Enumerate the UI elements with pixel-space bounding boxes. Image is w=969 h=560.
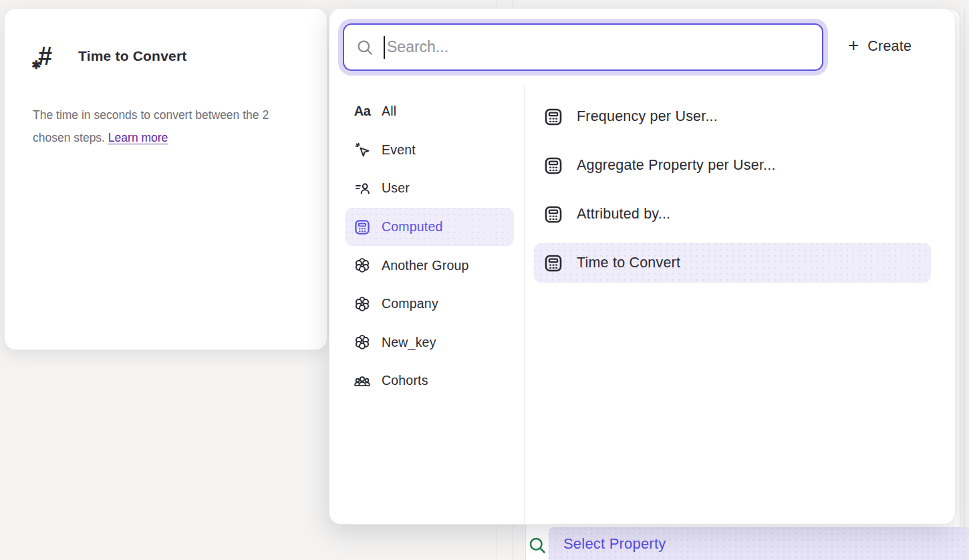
search-icon [356,38,374,57]
category-sidebar: Aa All Event User Computed Another Group [345,92,514,400]
calculator-icon [543,204,563,225]
text-aa-icon: Aa [354,103,371,120]
sidebar-item-cohorts[interactable]: Cohorts [345,362,514,400]
group-cluster-icon [354,295,371,313]
group-cluster-icon [354,333,371,351]
sidebar-item-company[interactable]: Company [345,285,514,323]
plus-icon: + [848,36,859,55]
tooltip-description: The time in seconds to convert between t… [33,104,300,149]
results-list: Frequency per User... Aggregate Property… [534,92,931,287]
cohorts-icon [354,372,371,390]
result-item-time-to-convert[interactable]: Time to Convert [534,243,931,283]
sidebar-item-all[interactable]: Aa All [345,92,514,131]
group-cluster-icon [354,257,371,274]
sidebar-item-user[interactable]: User [345,169,514,208]
select-property-label: Select Property [563,535,666,553]
calculator-icon [543,253,563,273]
search-field[interactable] [343,23,823,71]
property-tooltip-card: # ✱ Time to Convert The time in seconds … [4,8,327,350]
column-divider [524,86,525,525]
sidebar-item-event[interactable]: Event [345,131,514,170]
numeric-property-icon: # ✱ [31,41,62,74]
text-cursor [384,36,385,59]
sidebar-item-another-group[interactable]: Another Group [345,246,514,285]
sidebar-item-computed[interactable]: Computed [345,208,514,247]
search-icon [527,535,547,555]
event-click-icon [354,141,371,158]
background-edge-line [964,9,965,560]
tooltip-title: Time to Convert [78,48,186,64]
result-item-attributed-by[interactable]: Attributed by... [534,194,931,234]
app-screen: Select Property # ✱ Time to Convert The … [0,0,969,560]
user-icon [354,180,371,197]
result-item-frequency-per-user[interactable]: Frequency per User... [534,97,931,136]
calculator-icon [543,156,563,176]
calculator-icon [543,107,563,127]
select-property-button[interactable]: Select Property [549,527,969,560]
search-input[interactable] [387,25,822,69]
property-picker-dropdown: + Create Aa All Event User Computed [329,8,956,525]
calculator-icon [354,219,371,236]
create-button[interactable]: + Create [848,9,912,84]
learn-more-link[interactable]: Learn more [108,131,168,144]
search-focus-ring [338,19,828,76]
sidebar-item-new-key[interactable]: New_key [345,323,514,362]
result-item-aggregate-property-per-user[interactable]: Aggregate Property per User... [534,146,931,185]
